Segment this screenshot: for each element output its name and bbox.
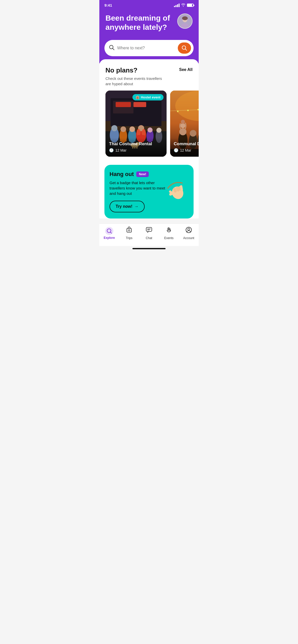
clock-icon-1: 🕐 — [109, 148, 114, 153]
svg-point-61 — [181, 120, 185, 124]
header-title: Been dreaming of anywhere lately? — [105, 13, 172, 32]
svg-rect-79 — [128, 230, 130, 231]
search-input[interactable] — [117, 46, 175, 50]
signal-icon — [174, 4, 180, 7]
svg-point-45 — [156, 128, 161, 133]
svg-point-26 — [129, 126, 135, 132]
nav-label-account: Account — [183, 236, 194, 240]
status-bar: 9:41 — [99, 0, 199, 9]
new-badge: New! — [136, 171, 149, 177]
svg-rect-14 — [116, 102, 131, 107]
nav-label-explore: Explore — [104, 236, 115, 240]
nav-label-events: Events — [164, 236, 174, 240]
svg-line-7 — [113, 48, 114, 50]
wifi-icon — [181, 3, 185, 7]
svg-line-77 — [111, 232, 112, 233]
section-title: No plans? — [105, 66, 167, 74]
svg-rect-15 — [133, 102, 146, 107]
bottom-nav: Explore Trips Chat — [99, 224, 199, 246]
nav-item-chat[interactable]: Chat — [139, 226, 159, 240]
try-now-arrow: → — [134, 204, 139, 209]
event-name-1: Thai Costume Rental — [109, 141, 163, 147]
event-date-1: 🕐 12 Mar — [109, 148, 163, 153]
event-info-1: Thai Costume Rental 🕐 12 Mar — [105, 138, 167, 157]
hangout-title-row: Hang out New! — [110, 171, 188, 178]
nav-item-events[interactable]: Events — [159, 226, 179, 240]
nav-item-trips[interactable]: Trips — [119, 226, 139, 240]
event-card-2[interactable]: 🏨 Communal Dinn... 🕐 12 Mar — [170, 91, 199, 157]
search-bar[interactable] — [104, 40, 194, 56]
avatar[interactable] — [177, 13, 193, 29]
nav-item-account[interactable]: Account — [179, 226, 199, 240]
try-now-button[interactable]: Try now! → — [110, 201, 145, 212]
hangout-description: Get a badge that lets other travellers k… — [110, 180, 168, 196]
battery-icon — [187, 4, 194, 7]
chat-icon — [145, 226, 153, 235]
svg-point-53 — [177, 111, 179, 112]
svg-rect-80 — [146, 227, 152, 231]
explore-icon-container — [105, 227, 113, 235]
event-date-text-2: 12 Mar — [180, 148, 191, 152]
svg-point-84 — [188, 228, 190, 230]
svg-point-18 — [111, 125, 117, 131]
events-scroll: 🏨 Hostel event Thai Costume Rental 🕐 12 … — [99, 91, 199, 159]
events-icon — [165, 226, 172, 235]
event-date-2: 🕐 12 Mar — [174, 148, 199, 153]
event-card-1[interactable]: 🏨 Hostel event Thai Costume Rental 🕐 12 … — [105, 91, 167, 157]
avatar-image — [178, 14, 192, 28]
svg-line-9 — [185, 49, 187, 51]
event-badge-1: 🏨 Hostel event — [132, 94, 164, 100]
section-text: No plans? Check out these events travell… — [105, 66, 167, 86]
svg-point-63 — [190, 130, 196, 137]
svg-point-54 — [187, 110, 189, 111]
hangout-illustration — [164, 178, 189, 206]
event-name-2: Communal Dinn... — [174, 141, 199, 147]
see-all-link[interactable]: See All — [179, 67, 193, 72]
svg-point-36 — [147, 127, 153, 133]
header: Been dreaming of anywhere lately? — [99, 9, 199, 40]
status-time: 9:41 — [104, 3, 112, 7]
svg-point-22 — [120, 126, 126, 132]
explore-icon — [106, 228, 112, 234]
nav-item-explore[interactable]: Explore — [99, 227, 119, 240]
svg-rect-78 — [127, 228, 131, 232]
clock-icon-2: 🕐 — [174, 148, 179, 153]
main-content: No plans? Check out these events travell… — [99, 59, 199, 218]
badge-label-1: Hostel event — [141, 95, 160, 99]
no-plans-section-header: No plans? Check out these events travell… — [99, 66, 199, 86]
svg-rect-5 — [178, 14, 192, 28]
home-indicator — [132, 248, 166, 249]
hangout-title: Hang out — [110, 171, 134, 178]
account-icon — [185, 226, 192, 235]
section-subtitle: Check out these events travellers are hy… — [105, 76, 167, 86]
search-button[interactable] — [178, 42, 191, 54]
hangout-card: Hang out New! Get a badge that lets othe… — [104, 165, 194, 218]
trips-icon — [126, 226, 133, 235]
status-right — [174, 3, 194, 7]
try-now-label: Try now! — [116, 204, 132, 209]
svg-point-31 — [137, 129, 141, 136]
nav-label-chat: Chat — [146, 236, 152, 240]
search-icon-left — [109, 45, 115, 52]
event-info-2: Communal Dinn... 🕐 12 Mar — [170, 138, 199, 157]
svg-point-32 — [142, 129, 146, 136]
nav-label-trips: Trips — [126, 236, 132, 240]
event-date-text-1: 12 Mar — [115, 148, 127, 152]
badge-icon-1: 🏨 — [136, 95, 140, 99]
